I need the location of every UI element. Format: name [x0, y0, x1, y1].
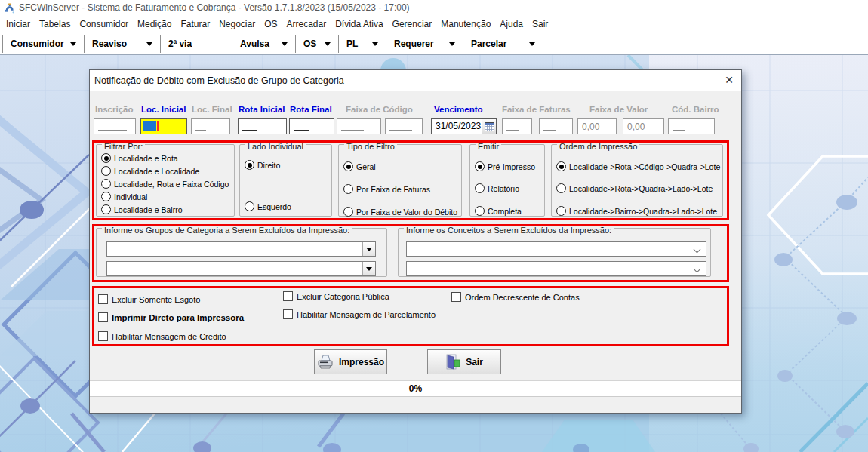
toolbar-consumidor-button[interactable]: Consumidor: [3, 34, 84, 54]
close-icon[interactable]: ✕: [725, 73, 734, 87]
radio-relatorio[interactable]: Relatório: [475, 183, 519, 193]
radio-icon: [556, 183, 566, 193]
menu-iniciar[interactable]: Iniciar: [2, 15, 35, 33]
desktop: SFCWinServer - Sistema de Faturamento e …: [0, 0, 868, 452]
label-faixa-faturas: Faixa de Faturas: [502, 105, 571, 114]
checkbox-icon: [98, 312, 108, 322]
radio-esquerdo[interactable]: Esquerdo: [245, 201, 291, 211]
input-faixa-valor-2[interactable]: 0,00: [623, 118, 664, 134]
radio-icon: [343, 161, 353, 171]
toolbar-os-button[interactable]: OS: [296, 34, 338, 54]
input-loc-final[interactable]: [191, 118, 230, 134]
input-faixa-codigo-2[interactable]: [385, 118, 423, 134]
input-faixa-codigo-1[interactable]: [337, 118, 381, 134]
radio-localidade-e-rota[interactable]: Localidade e Rota: [101, 153, 178, 163]
radio-geral[interactable]: Geral: [343, 161, 376, 171]
radio-localidade-e-bairro[interactable]: Localidade e Bairro: [101, 204, 182, 214]
menu-ajuda[interactable]: Ajuda: [495, 15, 528, 33]
menu-medicao[interactable]: Medição: [133, 15, 176, 33]
toolbar-parcelar-button[interactable]: Parcelar: [463, 34, 543, 54]
input-rota-final[interactable]: [289, 118, 334, 134]
input-faixa-valor-1[interactable]: 0,00: [577, 118, 617, 134]
radio-localidade-rota-faixa[interactable]: Localidade, Rota e Faixa Código: [101, 179, 229, 189]
checkbox-icon: [451, 292, 461, 302]
label-cod-bairro: Cód. Bairro: [672, 105, 719, 114]
checkbox-habilitar-credito[interactable]: Habilitar Mensagem de Credito: [98, 331, 226, 341]
conceitos-combo-1[interactable]: [406, 241, 706, 257]
app-title: SFCWinServer - Sistema de Faturamento e …: [19, 2, 410, 13]
input-rota-inicial[interactable]: [238, 118, 287, 134]
grupos-categoria-combo-1[interactable]: [106, 241, 376, 257]
menu-tabelas[interactable]: Tabelas: [35, 15, 75, 33]
checkbox-excluir-publica[interactable]: Excluir Categoria Pública: [283, 291, 389, 301]
toolbar-pl-button[interactable]: PL: [339, 34, 386, 54]
radio-por-faixa-valor[interactable]: Por Faixa de Valor do Débito: [343, 207, 457, 217]
radio-por-faixa-faturas[interactable]: Por Faixa de Faturas: [343, 184, 430, 194]
toolbar-reaviso-button[interactable]: Reaviso: [85, 34, 160, 54]
menu-sair[interactable]: Sair: [528, 15, 553, 33]
group-grupos-categoria: Informe os Grupos de Categoria a Serem E…: [96, 228, 387, 277]
radio-icon: [556, 206, 566, 216]
menu-faturar[interactable]: Faturar: [176, 15, 214, 33]
radio-individual[interactable]: Individual: [101, 192, 147, 201]
calendar-button[interactable]: [482, 119, 496, 134]
dialog-titlebar[interactable]: Notificação de Débito com Exclusão de Gr…: [90, 70, 741, 91]
calendar-icon: [485, 121, 494, 131]
chevron-down-icon: [694, 246, 701, 254]
checkbox-icon: [98, 331, 108, 341]
combo-dropdown-button[interactable]: [362, 262, 375, 275]
radio-icon: [556, 161, 566, 171]
combo-dropdown-button[interactable]: [362, 242, 375, 256]
radio-pre-impresso[interactable]: Pré-Impresso: [475, 161, 535, 171]
checkbox-excluir-esgoto[interactable]: Excluir Somente Esgoto: [98, 294, 200, 304]
dropdown-arrow-icon: [449, 42, 455, 46]
group-lado-individual: Lado Individual Direito Esquerdo: [239, 144, 332, 217]
radio-icon: [475, 183, 485, 193]
toolbar: Consumidor Reaviso 2ª via Avulsa OS PL R…: [0, 33, 868, 55]
toolbar-requerer-button[interactable]: Requerer: [386, 34, 463, 54]
group-conceitos: Informe os Conceitos a Serem Excluídos d…: [398, 228, 711, 277]
radio-completa[interactable]: Completa: [475, 206, 522, 216]
label-faixa-valor: Faixa de Valor: [589, 105, 648, 114]
menu-arrecadar[interactable]: Arrecadar: [282, 15, 331, 33]
menu-consumidor[interactable]: Consumidor: [75, 15, 133, 33]
input-vencimento[interactable]: 31/05/2023: [431, 118, 497, 134]
conceitos-combo-2[interactable]: [406, 261, 706, 276]
menu-manutencao[interactable]: Manutenção: [436, 15, 495, 33]
dropdown-arrow-icon: [146, 42, 152, 46]
menu-os[interactable]: OS: [260, 15, 282, 33]
toolbar-2avia-button[interactable]: 2ª via: [161, 34, 226, 54]
radio-ordem-3[interactable]: Localidade->Bairro->Quadra->Lado->Lote: [556, 206, 717, 216]
dropdown-arrow-icon: [70, 42, 76, 46]
radio-direito[interactable]: Direito: [245, 160, 280, 170]
radio-localidade-e-localidade[interactable]: Localidade e Localidade: [101, 166, 199, 176]
label-rota-final: Rota Final: [290, 105, 332, 114]
menu-negociar[interactable]: Negociar: [214, 15, 260, 33]
checkbox-ordem-decrescente[interactable]: Ordem Decrescente de Contas: [451, 292, 580, 302]
impressao-button[interactable]: Impressão: [314, 349, 387, 374]
checkbox-habilitar-parcelamento[interactable]: Habilitar Mensagem de Parcelamento: [283, 309, 436, 319]
dropdown-arrow-icon: [325, 42, 331, 46]
options-panel: Excluir Somente Esgoto Imprimir Direto p…: [92, 286, 729, 346]
date-value: 31/05/2023: [432, 119, 482, 134]
input-faixa-faturas-2[interactable]: [539, 118, 573, 134]
radio-ordem-2[interactable]: Localidade->Rota->Quadra->Lado->Lote: [556, 183, 713, 193]
checkbox-imprimir-direto[interactable]: Imprimir Direto para Impressora: [98, 312, 244, 322]
group-emitir: Emitir Pré-Impresso Relatório Completa: [469, 144, 545, 217]
group-filtrar-por: Filtrar Por: Localidade e Rota Localidad…: [96, 144, 235, 217]
input-faixa-faturas-1[interactable]: [502, 118, 532, 134]
label-faixa-codigo: Faixa de Código: [346, 105, 413, 114]
exclusion-panel: Informe os Grupos de Categoria a Serem E…: [92, 224, 729, 282]
grupos-categoria-combo-2[interactable]: [106, 261, 376, 276]
selection-block: [143, 121, 156, 131]
sair-button[interactable]: Sair: [427, 349, 501, 374]
checkbox-icon: [98, 294, 108, 304]
input-loc-inicial[interactable]: [140, 118, 187, 134]
radio-ordem-1[interactable]: Localidade->Rota->Código->Quadra->Lote: [556, 161, 720, 171]
menu-gerenciar[interactable]: Gerenciar: [388, 15, 437, 33]
radio-icon: [101, 153, 111, 163]
menu-divida-ativa[interactable]: Dívida Ativa: [331, 15, 387, 33]
toolbar-avulsa-button[interactable]: Avulsa: [232, 34, 295, 54]
input-inscricao[interactable]: [94, 118, 136, 134]
input-cod-bairro[interactable]: [668, 118, 715, 134]
